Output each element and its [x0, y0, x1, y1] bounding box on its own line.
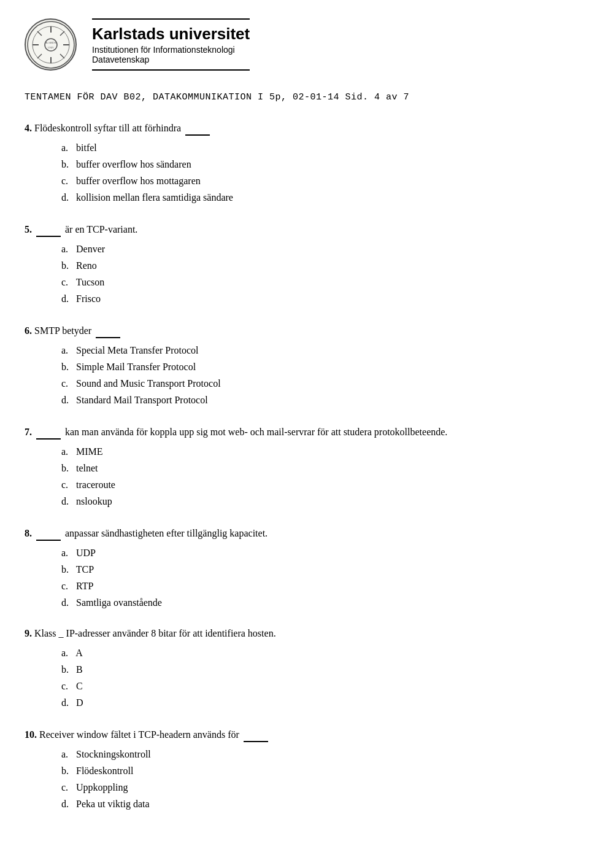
option-5d: d. Frisco: [61, 292, 552, 306]
svg-line-10: [37, 54, 42, 58]
option-6c: c. Sound and Music Transport Protocol: [61, 376, 552, 391]
blank-10: [244, 726, 268, 742]
exam-title: TENTAMEN FÖR DAV B02, DATAKOMMUNIKATION …: [25, 92, 552, 103]
header-text: Karlstads universitet Institutionen för …: [92, 18, 250, 71]
option-10b: b. Flödeskontroll: [61, 764, 552, 778]
option-5a: a. Denver: [61, 242, 552, 257]
question-8-options: a. UDP b. TCP c. RTP d. Samtliga ovanstå…: [61, 546, 552, 610]
option-4b: b. buffer overflow hos sändaren: [61, 157, 552, 172]
question-4-text: 4. Flödeskontroll syftar till att förhin…: [25, 120, 552, 136]
university-name: Karlstads universitet: [92, 25, 250, 44]
option-6b: b. Simple Mail Transfer Protocol: [61, 360, 552, 374]
page-header: KARDS UNIV Karlstads universitet Institu…: [25, 18, 552, 80]
blank-4: [185, 120, 210, 136]
option-5c: c. Tucson: [61, 275, 552, 290]
question-7: 7. kan man använda för koppla upp sig mo…: [25, 424, 552, 509]
blank-6: [96, 322, 120, 338]
institution-name: Institutionen för Informationsteknologi: [92, 45, 250, 55]
option-4d: d. kollision mellan flera samtidiga sänd…: [61, 190, 552, 205]
question-4: 4. Flödeskontroll syftar till att förhin…: [25, 120, 552, 205]
option-10d: d. Peka ut viktig data: [61, 797, 552, 812]
question-5-options: a. Denver b. Reno c. Tucson d. Frisco: [61, 242, 552, 306]
option-10a: a. Stockningskontroll: [61, 747, 552, 762]
svg-text:KARDS: KARDS: [45, 41, 56, 44]
option-8b: b. TCP: [61, 562, 552, 577]
question-7-options: a. MIME b. telnet c. traceroute d. nsloo…: [61, 444, 552, 509]
question-8: 8. anpassar sändhastigheten efter tillgä…: [25, 525, 552, 610]
question-10: 10. Receiver window fältet i TCP-headern…: [25, 726, 552, 812]
blank-7: [36, 424, 61, 440]
option-4c: c. buffer overflow hos mottagaren: [61, 174, 552, 188]
university-logo: KARDS UNIV: [25, 18, 80, 74]
option-6d: d. Standard Mail Transport Protocol: [61, 393, 552, 408]
question-6-options: a. Special Meta Transfer Protocol b. Sim…: [61, 343, 552, 408]
question-9: 9. Klass _ IP-adresser använder 8 bitar …: [25, 626, 552, 710]
department-name: Datavetenskap: [92, 55, 250, 64]
question-9-options: a. A b. B c. C d. D: [61, 646, 552, 710]
question-10-options: a. Stockningskontroll b. Flödeskontroll …: [61, 747, 552, 812]
svg-line-8: [60, 54, 64, 58]
option-10c: c. Uppkoppling: [61, 780, 552, 795]
question-7-text: 7. kan man använda för koppla upp sig mo…: [25, 424, 552, 440]
question-9-text: 9. Klass _ IP-adresser använder 8 bitar …: [25, 626, 552, 641]
question-8-text: 8. anpassar sändhastigheten efter tillgä…: [25, 525, 552, 541]
question-10-text: 10. Receiver window fältet i TCP-headern…: [25, 726, 552, 742]
option-9b: b. B: [61, 662, 552, 677]
question-5: 5. är en TCP-variant. a. Denver b. Reno …: [25, 221, 552, 306]
option-5b: b. Reno: [61, 258, 552, 273]
question-4-options: a. bitfel b. buffer overflow hos sändare…: [61, 141, 552, 205]
question-5-text: 5. är en TCP-variant.: [25, 221, 552, 237]
svg-line-7: [37, 31, 42, 36]
blank-8: [36, 525, 61, 541]
option-7d: d. nslookup: [61, 494, 552, 509]
option-4a: a. bitfel: [61, 141, 552, 155]
option-7a: a. MIME: [61, 444, 552, 459]
option-9c: c. C: [61, 679, 552, 694]
option-9d: d. D: [61, 696, 552, 710]
question-6-text: 6. SMTP betyder: [25, 322, 552, 338]
option-7b: b. telnet: [61, 461, 552, 476]
option-8c: c. RTP: [61, 579, 552, 594]
option-7c: c. traceroute: [61, 478, 552, 492]
svg-line-9: [60, 31, 64, 36]
option-8a: a. UDP: [61, 546, 552, 560]
option-8d: d. Samtliga ovanstående: [61, 595, 552, 610]
blank-5: [36, 221, 61, 237]
option-6a: a. Special Meta Transfer Protocol: [61, 343, 552, 358]
svg-point-2: [45, 39, 57, 51]
question-6: 6. SMTP betyder a. Special Meta Transfer…: [25, 322, 552, 408]
svg-text:UNIV: UNIV: [48, 46, 54, 49]
option-9a: a. A: [61, 646, 552, 661]
